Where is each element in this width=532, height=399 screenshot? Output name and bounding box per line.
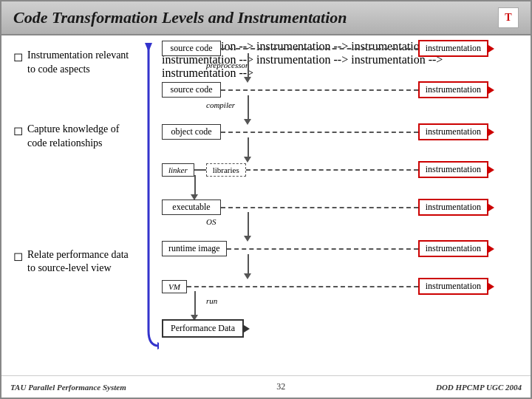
dashed-6 [227, 248, 418, 250]
label-preprocessor: preprocessor [206, 61, 248, 69]
box-performance-data: Performance Data [162, 319, 244, 338]
header-icon: T [498, 7, 519, 28]
flow-row-perfdata: Performance Data [162, 319, 310, 338]
slide-title: Code Transformation Levels and Instrumen… [13, 8, 347, 27]
box-instrumentation-2: instrumentation [418, 81, 488, 98]
box-source-code-1: source code [162, 41, 221, 56]
slide: Code Transformation Levels and Instrumen… [0, 0, 532, 399]
box-instrumentation-1: instrumentation [418, 40, 488, 57]
bullet-dot-2: ◻ [13, 123, 23, 139]
footer: TAU Parallel Performance System 32 DOD H… [1, 375, 531, 398]
conn-linker [194, 169, 206, 171]
dashed-2 [221, 89, 418, 91]
box-instrumentation-7: instrumentation [418, 278, 488, 295]
header: Code Transformation Levels and Instrumen… [1, 1, 531, 35]
diagram-flow: instrumentation --> source code instrume… [162, 40, 494, 80]
vert-conn-4 [194, 175, 196, 196]
arrow-right-6 [488, 245, 494, 253]
diagram-area: instrumentation --> source code instrume… [138, 35, 531, 372]
flow-row-source2: source code instrumentation [162, 81, 494, 98]
vert-conn-6 [248, 254, 249, 275]
dashed-1 [221, 48, 418, 50]
flow-row-executable: executable instrumentation [162, 199, 494, 216]
bullet-item-1: ◻ Instrumentation relevant to code aspec… [13, 49, 131, 77]
svg-marker-2 [145, 43, 152, 52]
label-compiler: compiler [206, 100, 235, 109]
vert-conn-3 [248, 137, 249, 158]
arrow-right-7 [488, 283, 494, 290]
box-libraries: libraries [206, 163, 246, 177]
footer-right: DOD HPCMP UGC 2004 [436, 383, 522, 392]
arrow-right-5 [488, 204, 494, 211]
arrow-right-2 [488, 86, 494, 94]
dashed-5 [221, 207, 418, 208]
footer-left: TAU Parallel Performance System [10, 383, 126, 392]
flow-row-linker: linker libraries instrumentation [162, 161, 494, 178]
vert-conn-1 [248, 53, 249, 78]
flow-row-source1: source code instrumentation [162, 40, 494, 57]
arrow-right-3 [488, 129, 494, 136]
left-panel: ◻ Instrumentation relevant to code aspec… [1, 35, 138, 372]
arrow-right-4 [488, 166, 494, 174]
box-instrumentation-3: instrumentation [418, 123, 488, 140]
box-instrumentation-5: instrumentation [418, 199, 488, 216]
dashed-7 [187, 286, 418, 287]
dashed-4 [246, 169, 418, 171]
flow-row-object: object code instrumentation [162, 123, 494, 140]
vert-conn-5 [248, 212, 249, 237]
box-executable: executable [162, 200, 221, 215]
box-instrumentation-4: instrumentation [418, 161, 488, 178]
blue-curve-arrow [138, 43, 159, 349]
bullet-text-3: Relate performance data to source-level … [27, 248, 131, 276]
label-os: OS [206, 217, 216, 226]
arrow-right-1 [488, 45, 494, 52]
dashed-3 [221, 132, 418, 133]
label-run: run [206, 296, 217, 305]
box-instrumentation-6: instrumentation [418, 240, 488, 257]
bullet-item-3: ◻ Relate performance data to source-leve… [13, 248, 131, 276]
footer-center: 32 [276, 381, 285, 392]
box-object-code: object code [162, 124, 221, 140]
bullet-text-1: Instrumentation relevant to code aspects [27, 49, 131, 77]
bullet-text-2: Capture knowledge of code relationships [27, 123, 131, 151]
bullet-dot-3: ◻ [13, 249, 23, 265]
flow-row-runtime: runtime image instrumentation [162, 240, 494, 257]
svg-marker-1 [157, 342, 159, 349]
vert-conn-2 [248, 95, 249, 120]
box-vm: VM [162, 280, 187, 293]
bullet-dot-1: ◻ [13, 50, 23, 65]
box-runtime-image: runtime image [162, 241, 227, 256]
arrow-right-perf [244, 325, 250, 332]
vert-conn-7 [194, 291, 196, 316]
bullet-item-2: ◻ Capture knowledge of code relationship… [13, 123, 131, 151]
flow-row-vm: VM instrumentation [162, 278, 494, 295]
box-source-code-2: source code [162, 82, 221, 98]
box-linker: linker [162, 163, 194, 177]
